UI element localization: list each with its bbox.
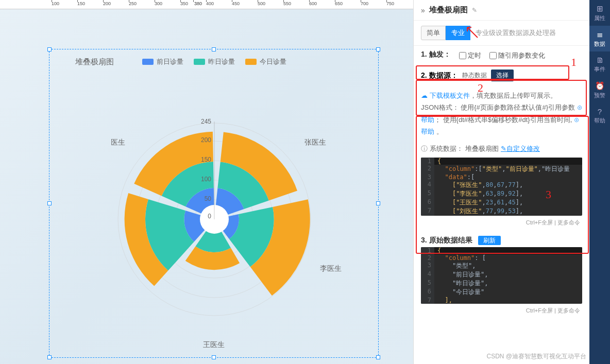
svg-text:200: 200 [201, 136, 211, 144]
tab-simple[interactable]: 简单 [421, 26, 446, 40]
chart-title: 堆叠极扇图 [75, 57, 114, 67]
sidebar-item-help[interactable]: ?帮助 [589, 103, 610, 129]
tab-hint: 专业级设置数据源及处理器 [476, 28, 556, 38]
source-value: 静态数据 [462, 71, 487, 80]
svg-text:王医生: 王医生 [203, 340, 225, 348]
mode-tabs: 简单 专业 专业级设置数据源及处理器 [414, 21, 589, 46]
svg-text:150: 150 [201, 156, 211, 163]
checkbox-param[interactable]: 随引用参数变化 [489, 51, 545, 60]
trigger-title: 1. 触发： [421, 50, 451, 59]
sidebar-item-warn[interactable]: ⏰预警 [589, 77, 610, 103]
polar-chart: 0 50 100 150 200 245 张医生 李医生 王医生 刘医生 毕医生 [111, 80, 348, 348]
panel-title: 堆叠极扇图 [429, 5, 468, 15]
custom-edit-link[interactable]: ✎自定义修改 [501, 144, 540, 153]
ruler-marker: 380 [193, 1, 203, 6]
info-icon: ⓘ [421, 144, 428, 153]
svg-text:50: 50 [205, 195, 212, 202]
edit-icon[interactable]: ✎ [472, 7, 477, 14]
select-source-button[interactable]: 选择 [491, 70, 514, 81]
code-editor-source[interactable]: 1{2 "column":["类型","前日诊量","昨日诊量3 "data":… [421, 158, 582, 216]
svg-text:245: 245 [201, 118, 211, 125]
right-sidebar: ⊞属性 ≣数据 🗎事件 ⏰预警 ?帮助 [589, 0, 610, 364]
svg-text:毕医生: 毕医生 [111, 138, 125, 146]
sidebar-item-attr[interactable]: ⊞属性 [589, 0, 610, 26]
source-title: 2. 数据源： [421, 71, 458, 80]
svg-text:0: 0 [208, 213, 211, 220]
chart-selection-box[interactable]: 堆叠极扇图 前日诊量 昨日诊量 今日诊量 [49, 49, 379, 358]
annotation-2: 2 [478, 81, 483, 95]
event-icon: 🗎 [596, 56, 604, 64]
alarm-icon: ⏰ [595, 81, 605, 91]
svg-text:张医生: 张医生 [304, 138, 326, 146]
code-editor-result[interactable]: 1{2 "column": [3 "类型",4 "前日诊量",5 "昨日诊量",… [421, 247, 582, 304]
canvas-area[interactable]: 100150200 250300350 400450500 550600650 … [0, 0, 413, 364]
svg-text:李医生: 李医生 [320, 264, 342, 272]
attribute-icon: ⊞ [597, 4, 603, 13]
data-icon: ≣ [597, 30, 603, 39]
watermark: CSDN @迪赛智慧数可视化互动平台 [486, 352, 586, 361]
property-panel: » 堆叠极扇图 ✎ 简单 专业 专业级设置数据源及处理器 1. 触发： 定时 随… [413, 0, 589, 364]
editor-footer-2[interactable]: Ctrl+F全屏 | 更多命令 [421, 306, 582, 316]
result-title: 3. 原始数据结果 [421, 236, 472, 244]
sidebar-item-event[interactable]: 🗎事件 [589, 51, 610, 77]
cloud-download-icon: ☁ [421, 92, 428, 99]
ruler-horizontal: 100150200 250300350 400450500 550600650 … [0, 0, 413, 9]
checkbox-timer[interactable]: 定时 [459, 51, 481, 60]
download-template-link[interactable]: 下载模板文件 [430, 92, 470, 99]
tab-pro[interactable]: 专业 [446, 26, 470, 40]
editor-footer-1[interactable]: Ctrl+F全屏 | 更多命令 [421, 218, 582, 228]
annotation-3: 3 [546, 188, 551, 201]
annotation-1: 1 [571, 56, 577, 69]
help-icon: ? [598, 107, 602, 116]
refresh-button[interactable]: 刷新 [478, 236, 501, 245]
sidebar-item-data[interactable]: ≣数据 [589, 26, 610, 51]
chart-legend: 前日诊量 昨日诊量 今日诊量 [142, 57, 286, 66]
collapse-icon[interactable]: » [421, 6, 425, 14]
svg-text:100: 100 [201, 176, 211, 183]
